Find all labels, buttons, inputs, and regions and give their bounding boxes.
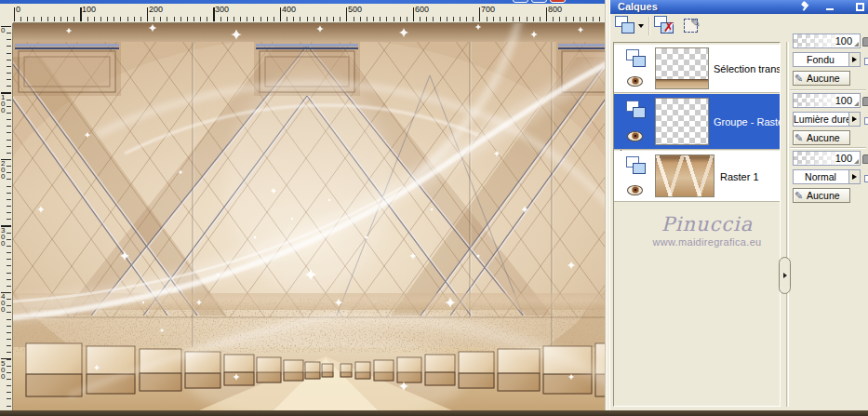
ruler-label: 200 bbox=[1, 160, 7, 180]
brush-icon: ✎ bbox=[795, 189, 803, 202]
ruler-label: 0 bbox=[1, 27, 7, 34]
brush-icon: ✎ bbox=[795, 131, 803, 144]
opacity-grip-icon[interactable] bbox=[854, 101, 859, 106]
ruler-label: 400 bbox=[282, 5, 296, 14]
blend-mode-value: Normal bbox=[794, 171, 848, 182]
layer-thumbnail bbox=[655, 47, 709, 89]
opacity-value: 100 bbox=[835, 35, 852, 47]
ruler-corner bbox=[0, 4, 13, 23]
layer-visibility-eye-icon[interactable] bbox=[627, 185, 643, 195]
layer-name: Groupe - Raster 2 bbox=[714, 116, 781, 127]
pencil-icon: ✎ bbox=[690, 16, 701, 30]
edit-selection-button[interactable]: ✎ bbox=[683, 16, 707, 38]
canvas-artwork bbox=[13, 23, 605, 410]
horizontal-ruler: 0 100 200 300 400 500 600 700 800 bbox=[13, 4, 605, 23]
layer-row-raster-1[interactable]: Raster 1 bbox=[614, 151, 780, 202]
layer-controls-group-1: 100 Fondu ✎ Aucune bbox=[793, 34, 861, 86]
opacity-field[interactable]: 100 bbox=[793, 93, 861, 108]
checkbox[interactable] bbox=[864, 175, 868, 182]
blend-mode-select[interactable]: Lumière dure bbox=[793, 112, 861, 127]
window-bottom-edge bbox=[0, 410, 868, 416]
opacity-value: 100 bbox=[835, 95, 852, 106]
layer-name: Sélection transformée bbox=[714, 63, 781, 74]
valance-left bbox=[13, 42, 121, 96]
link-set-value: Aucune bbox=[807, 73, 840, 84]
opacity-grip-icon[interactable] bbox=[854, 42, 859, 47]
canvas[interactable] bbox=[13, 23, 605, 410]
window-close-button[interactable] bbox=[550, 0, 566, 3]
panel-splitter[interactable] bbox=[786, 42, 789, 407]
opacity-field[interactable]: 100 bbox=[793, 34, 861, 48]
checkbox[interactable] bbox=[864, 58, 868, 65]
watermark: Pinuccia www.maidiregrafica.eu bbox=[633, 213, 781, 248]
link-set-value: Aucune bbox=[807, 132, 840, 143]
toolbar-separator bbox=[648, 17, 650, 35]
link-set-button[interactable]: ✎ Aucune bbox=[793, 188, 850, 203]
chevron-right-icon[interactable] bbox=[848, 113, 860, 126]
chevron-right-icon[interactable] bbox=[848, 53, 860, 66]
layer-controls-group-3: 100 Normal ✎ Aucune bbox=[793, 151, 861, 203]
minimize-palette-button[interactable] bbox=[823, 1, 836, 13]
blend-mode-select[interactable]: Normal bbox=[793, 169, 861, 184]
close-palette-button[interactable] bbox=[853, 1, 866, 13]
blend-mode-value: Lumière dure bbox=[794, 114, 848, 125]
link-set-button[interactable]: ✎ Aucune bbox=[793, 71, 850, 86]
raster-layer-icon bbox=[626, 156, 648, 176]
pin-button[interactable] bbox=[799, 1, 812, 13]
link-set-value: Aucune bbox=[807, 190, 840, 201]
collapse-handle[interactable] bbox=[779, 257, 791, 294]
link-set-button[interactable]: ✎ Aucune bbox=[793, 130, 850, 145]
opacity-field[interactable]: 100 bbox=[793, 151, 861, 166]
window-minimize-button[interactable] bbox=[513, 0, 528, 3]
delete-layer-button[interactable]: ✗ bbox=[654, 16, 678, 38]
layer-name: Raster 1 bbox=[720, 171, 759, 182]
ruler-label: 500 bbox=[1, 360, 7, 380]
watermark-name: Pinuccia bbox=[633, 213, 781, 235]
vertical-ruler: 0 100 200 300 400 500 bbox=[0, 23, 13, 410]
layer-thumbnail bbox=[655, 154, 714, 197]
palette-title: Calques bbox=[618, 1, 658, 12]
ruler-label: 300 bbox=[215, 5, 229, 14]
ruler-label: 800 bbox=[548, 5, 562, 14]
layer-row-selection-transformee[interactable]: Sélection transformée bbox=[614, 45, 780, 93]
layer-visibility-eye-icon[interactable] bbox=[627, 76, 643, 87]
chevron-down-icon bbox=[638, 24, 644, 28]
ruler-label: 100 bbox=[82, 5, 96, 14]
window-maximize-button[interactable] bbox=[531, 0, 547, 3]
blend-mode-select[interactable]: Fondu bbox=[793, 52, 861, 67]
new-layer-icon bbox=[615, 16, 637, 35]
raster-layer-icon bbox=[626, 101, 648, 120]
brush-icon: ✎ bbox=[795, 72, 803, 85]
layer-visibility-eye-icon[interactable] bbox=[627, 131, 643, 141]
controls-separator bbox=[790, 89, 866, 91]
opacity-value: 100 bbox=[835, 153, 852, 164]
blend-mode-value: Fondu bbox=[794, 54, 848, 65]
ruler-label: 300 bbox=[1, 227, 7, 247]
ruler-label: 400 bbox=[1, 293, 7, 313]
raster-layer-icon bbox=[626, 49, 648, 69]
ruler-label: 700 bbox=[481, 5, 495, 14]
red-x-icon: ✗ bbox=[663, 20, 674, 34]
layer-controls-group-2: 100 Lumière dure ✎ Aucune bbox=[793, 93, 861, 145]
ruler-label: 100 bbox=[1, 94, 7, 114]
layer-list: Sélection transformée Groupe - Raster 2 … bbox=[613, 42, 781, 407]
new-layer-button[interactable] bbox=[615, 16, 644, 38]
layer-row-groupe-raster-2[interactable]: Groupe - Raster 2 bbox=[614, 94, 780, 150]
layers-palette: Calques ✗ ✎ Sélection transformée bbox=[609, 0, 868, 410]
opacity-grip-icon[interactable] bbox=[854, 159, 859, 164]
ruler-label: 0 bbox=[16, 5, 20, 14]
chevron-right-icon[interactable] bbox=[848, 170, 860, 183]
layer-thumbnail bbox=[655, 98, 709, 145]
lock-icon[interactable] bbox=[862, 97, 868, 106]
watermark-url: www.maidiregrafica.eu bbox=[633, 236, 781, 248]
lock-icon[interactable] bbox=[862, 37, 868, 47]
ruler-label: 500 bbox=[348, 5, 362, 14]
ruler-label: 200 bbox=[149, 5, 163, 14]
palette-titlebar[interactable]: Calques bbox=[610, 0, 868, 14]
lock-icon[interactable] bbox=[862, 154, 868, 164]
app-window: { "image_window": { "ruler_h": ["0","100… bbox=[0, 0, 868, 416]
controls-separator bbox=[790, 147, 866, 149]
ruler-label: 600 bbox=[415, 5, 429, 14]
checkbox[interactable] bbox=[864, 117, 868, 125]
